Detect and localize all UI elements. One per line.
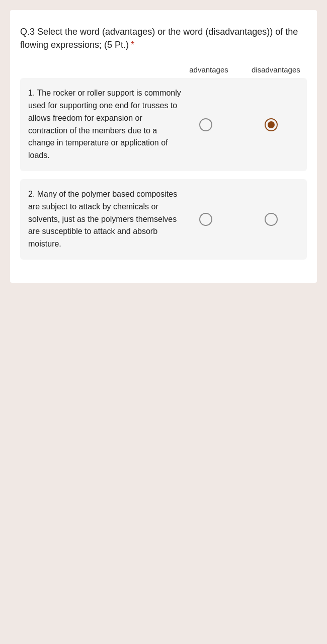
item-2-radio-group xyxy=(183,213,299,226)
advantages-header: advantages xyxy=(186,65,231,74)
item-1-text: 1. The rocker or roller support is commo… xyxy=(28,87,183,162)
item-1-disadvantages-container xyxy=(249,118,294,131)
item-2-text: 2. Many of the polymer based composites … xyxy=(28,188,183,251)
required-asterisk: * xyxy=(131,40,134,50)
question-item-1: 1. The rocker or roller support is commo… xyxy=(20,78,307,171)
question-text: Q.3 Select the word (advantages) or the … xyxy=(20,27,298,50)
disadvantages-header: disadvantages xyxy=(252,65,297,74)
column-headers: advantages disadvantages xyxy=(20,65,307,74)
item-1-radio-group xyxy=(183,118,299,131)
question-item-2: 2. Many of the polymer based composites … xyxy=(20,179,307,260)
question-header: Q.3 Select the word (advantages) or the … xyxy=(20,25,307,51)
item-2-advantages-radio[interactable] xyxy=(199,213,212,226)
item-1-disadvantages-radio[interactable] xyxy=(265,118,278,131)
item-2-advantages-container xyxy=(183,213,228,226)
item-2-disadvantages-radio[interactable] xyxy=(265,213,278,226)
item-1-advantages-container xyxy=(183,118,228,131)
page-container: Q.3 Select the word (advantages) or the … xyxy=(10,10,317,283)
item-1-advantages-radio[interactable] xyxy=(199,118,212,131)
item-2-disadvantages-container xyxy=(249,213,294,226)
